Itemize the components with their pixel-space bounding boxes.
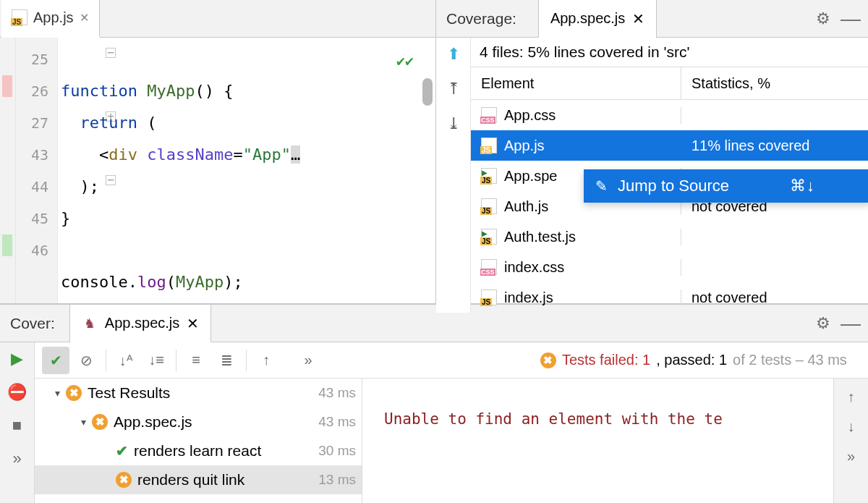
run-config-tab[interactable]: ♞ App.spec.js ✕ xyxy=(69,305,211,342)
tree-test-pass[interactable]: ✔ renders learn react 30 ms xyxy=(35,436,362,465)
uncovered-mark xyxy=(2,75,12,97)
test-tree[interactable]: ▾ ✖ Test Results 43 ms ▾ ✖ App.spec.js 4… xyxy=(35,379,362,503)
code-area[interactable]: function MyApp() { return ( <div classNa… xyxy=(58,38,435,303)
sort-duration-button[interactable]: ↓≡ xyxy=(142,347,170,374)
test-body: ▾ ✖ Test Results 43 ms ▾ ✖ App.spec.js 4… xyxy=(35,379,868,503)
line-number: 25 xyxy=(16,43,48,75)
problems-ok-icon[interactable]: ✔✔ xyxy=(396,45,414,77)
collapse-all-button[interactable]: ≣ xyxy=(213,347,240,374)
gear-icon[interactable]: ⚙ xyxy=(816,9,830,28)
chevron-down-icon[interactable]: ▾ xyxy=(55,387,60,399)
gear-icon[interactable]: ⚙ xyxy=(816,314,830,333)
run-tool-window: Cover: ♞ App.spec.js ✕ ⚙ — ▶ ⛔ ■ » ✔ ⊘ xyxy=(0,304,868,503)
stop-icon[interactable]: ■ xyxy=(12,416,22,435)
coverage-row[interactable]: index.css xyxy=(471,252,868,282)
scroll-up-icon[interactable]: ↑ xyxy=(848,389,855,405)
coverage-row[interactable]: App.js11% lines covered xyxy=(471,130,868,161)
editor-tab-appjs[interactable]: App.js ✕ xyxy=(1,0,100,38)
tests-passed-text: , passed: 1 xyxy=(656,352,727,368)
test-status-line: ✖ Tests failed: 1, passed: 1 of 2 tests … xyxy=(540,352,861,368)
chevron-down-icon[interactable]: ▾ xyxy=(81,416,86,428)
coverage-file-name: index.js xyxy=(504,289,553,306)
css-file-icon xyxy=(481,107,497,123)
run-left-toolbar: ▶ ⛔ ■ » xyxy=(0,342,35,503)
test-file-icon xyxy=(481,168,497,184)
coverage-row[interactable]: App.css xyxy=(471,100,868,130)
coverage-header: Coverage: App.spec.js ✕ ⚙ — xyxy=(436,0,868,38)
col-element[interactable]: Element xyxy=(471,67,681,99)
js-file-icon xyxy=(481,289,497,305)
tree-root[interactable]: ▾ ✖ Test Results 43 ms xyxy=(35,379,362,407)
editor-tabbar: App.js ✕ xyxy=(0,0,435,38)
rerun-icon[interactable]: ▶ xyxy=(11,350,23,368)
context-menu-label: Jump to Source xyxy=(618,177,729,195)
coverage-table-header: Element Statistics, % xyxy=(471,67,868,100)
coverage-title: Coverage: xyxy=(446,10,516,28)
coverage-rows: App.cssApp.js11% lines coveredApp.speAut… xyxy=(471,100,868,313)
coverage-toolbar: ⬆ ⤒ ⤓ xyxy=(436,38,471,313)
editor-pane: App.js ✕ 25 26 27 43 44 45 46 − xyxy=(0,0,436,303)
fail-icon: ✖ xyxy=(92,414,108,430)
test-output[interactable]: Unable to find an element with the te xyxy=(362,379,833,503)
coverage-file-name: Auth.js xyxy=(504,198,548,215)
tests-failed-text: Tests failed: 1 xyxy=(562,352,650,368)
scrollbar-thumb[interactable] xyxy=(422,78,433,106)
ide-window: App.js ✕ 25 26 27 43 44 45 46 − xyxy=(0,0,868,503)
covered-mark xyxy=(2,234,12,256)
line-number: 27 xyxy=(16,107,48,139)
close-icon[interactable]: ✕ xyxy=(187,315,199,332)
coverage-tab[interactable]: App.spec.js ✕ xyxy=(538,0,657,38)
tree-test-fail[interactable]: ✖ renders quit link 13 ms xyxy=(35,465,362,494)
rerun-failed-icon[interactable]: ⛔ xyxy=(7,383,27,402)
coverage-file-name: App.spe xyxy=(504,168,557,185)
tree-suite-duration: 43 ms xyxy=(318,414,356,430)
js-file-icon xyxy=(481,198,497,214)
close-icon[interactable]: ✕ xyxy=(632,10,644,28)
sort-alpha-button[interactable]: ↓ᴬ xyxy=(112,347,140,374)
tree-test-pass-duration: 30 ms xyxy=(318,443,356,459)
coverage-row[interactable]: index.jsnot covered xyxy=(471,282,868,313)
code-editor[interactable]: 25 26 27 43 44 45 46 − + − function MyAp… xyxy=(0,38,435,303)
expand-all-icon[interactable]: ⤓ xyxy=(447,114,460,133)
context-menu-shortcut: ⌘↓ xyxy=(790,177,815,195)
coverage-stat: 11% lines covered xyxy=(681,138,868,154)
flatten-packages-icon[interactable]: ⤒ xyxy=(447,80,460,98)
expand-all-button[interactable]: ≡ xyxy=(182,347,210,374)
tree-root-label: Test Results xyxy=(88,384,170,402)
scroll-down-icon[interactable]: ↓ xyxy=(848,418,855,435)
coverage-gutter xyxy=(0,38,16,303)
minimize-icon[interactable]: — xyxy=(841,15,861,22)
show-passed-toggle[interactable]: ✔ xyxy=(42,347,69,374)
prev-failed-button[interactable]: ↑ xyxy=(252,347,280,374)
navigate-up-icon[interactable]: ⬆ xyxy=(447,45,460,64)
context-menu[interactable]: ✎ Jump to Source ⌘↓ xyxy=(584,169,868,203)
line-number: 26 xyxy=(16,75,48,107)
line-number: 45 xyxy=(16,203,48,234)
tree-test-fail-duration: 13 ms xyxy=(318,472,356,488)
coverage-row[interactable]: Auth.test.js xyxy=(471,221,868,252)
close-icon[interactable]: ✕ xyxy=(80,11,89,25)
coverage-file-name: Auth.test.js xyxy=(504,229,576,245)
jest-icon: ♞ xyxy=(82,316,98,331)
js-file-icon xyxy=(12,9,27,25)
more-icon[interactable]: » xyxy=(847,448,855,465)
line-number: 44 xyxy=(16,171,48,203)
fail-icon: ✖ xyxy=(116,472,132,488)
col-statistics[interactable]: Statistics, % xyxy=(681,67,868,99)
run-config-label: App.spec.js xyxy=(105,315,179,331)
show-ignored-toggle[interactable]: ⊘ xyxy=(72,347,100,374)
tree-suite[interactable]: ▾ ✖ App.spec.js 43 ms xyxy=(35,407,362,436)
minimize-icon[interactable]: — xyxy=(841,320,861,327)
js-file-icon xyxy=(481,138,497,153)
tree-test-pass-label: renders learn react xyxy=(134,442,261,460)
more-icon[interactable]: » xyxy=(12,449,21,468)
fail-icon: ✖ xyxy=(66,385,82,401)
coverage-stat: not covered xyxy=(681,289,868,306)
tree-suite-label: App.spec.js xyxy=(114,413,192,431)
coverage-file-name: App.js xyxy=(504,138,545,154)
more-button[interactable]: » xyxy=(294,347,322,374)
top-split: App.js ✕ 25 26 27 43 44 45 46 − xyxy=(0,0,868,304)
coverage-file-name: App.css xyxy=(504,107,556,124)
pass-icon: ✔ xyxy=(116,442,128,460)
tree-test-fail-label: renders quit link xyxy=(137,471,244,489)
